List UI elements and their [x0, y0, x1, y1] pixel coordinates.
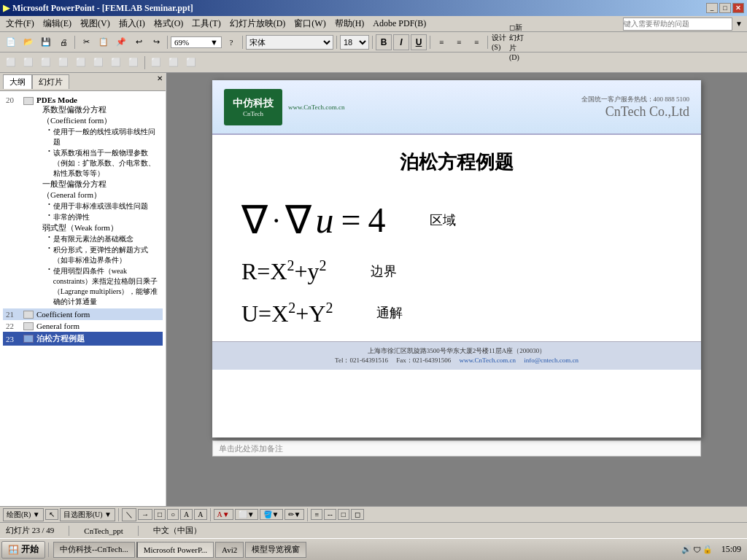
taskbar-item-3[interactable]: 模型导览视窗: [245, 542, 306, 558]
maximize-button[interactable]: □: [719, 3, 731, 13]
tab-outline[interactable]: 大纲: [3, 74, 32, 89]
tb2-btn5[interactable]: ⬜: [73, 55, 89, 71]
draw-wordart-btn[interactable]: A: [194, 509, 206, 520]
draw-cursor-btn[interactable]: ↖: [45, 509, 58, 520]
tb2-btn1[interactable]: ⬜: [3, 55, 19, 71]
menu-slideshow[interactable]: 幻灯片放映(D): [225, 16, 290, 31]
menu-tools[interactable]: 工具(T): [187, 16, 225, 31]
slide-logo: 中仿科技 CnTech www.CnTech.com.cn: [224, 89, 345, 125]
menu-format[interactable]: 格式(O): [150, 16, 188, 31]
tb2-btn4[interactable]: ⬜: [55, 55, 71, 71]
tb2-btn7[interactable]: ⬜: [108, 55, 124, 71]
draw-linewidth-btn[interactable]: ≡: [311, 509, 322, 520]
nabla-1: ∇: [241, 197, 268, 243]
draw-shadow-btn[interactable]: ◻: [351, 509, 364, 520]
start-button[interactable]: 🪟 开始: [1, 541, 45, 559]
outline-item-21[interactable]: 21 Coefficient form: [3, 308, 163, 320]
outline-content-20: PDEs Mode 系数型偏微分方程 （Coefficient form） • …: [36, 96, 160, 307]
copy-button[interactable]: 📋: [96, 34, 112, 50]
draw-color1-btn[interactable]: A▼: [214, 509, 233, 520]
taskbar-item-1[interactable]: Microsoft PowerP...: [136, 542, 214, 558]
tb2-btn8[interactable]: ⬜: [125, 55, 142, 71]
print-button[interactable]: 🖨: [55, 34, 71, 50]
align-left-btn[interactable]: ≡: [433, 34, 449, 50]
draw-arrow-btn[interactable]: →: [138, 509, 152, 520]
design-btn[interactable]: 设计(S): [491, 34, 507, 50]
menu-edit[interactable]: 编辑(E): [39, 16, 76, 31]
draw-3d-btn[interactable]: □: [338, 509, 349, 520]
menu-insert[interactable]: 插入(I): [115, 16, 150, 31]
draw-line-color-btn[interactable]: ✏▼: [285, 509, 305, 520]
taskbar-sep: [48, 542, 49, 557]
open-button[interactable]: 📂: [20, 34, 36, 50]
outline-thumb-22: [23, 322, 34, 330]
eq-u2: U=X: [241, 300, 288, 326]
undo-button[interactable]: ↩: [131, 34, 147, 50]
taskbar-item-2[interactable]: Avi2: [215, 542, 244, 558]
menu-pdf[interactable]: Adobe PDF(B): [368, 17, 430, 31]
tb2-btn2[interactable]: ⬜: [20, 55, 36, 71]
sub-item-2: • 该系数项相当于一般物理参数（例如：扩散系数、介电常数、粘性系数等等）: [48, 148, 160, 179]
sep4: [336, 36, 337, 49]
tb2-btn6[interactable]: ⬜: [90, 55, 107, 71]
menu-view[interactable]: 视图(V): [76, 16, 115, 31]
paste-button[interactable]: 📌: [113, 34, 129, 50]
zoom-dropdown-arrow[interactable]: ▼: [210, 38, 218, 47]
draw-select-btn[interactable]: 绘图(R) ▼: [3, 508, 44, 521]
footer-fax: Fax：021-64391506: [396, 357, 451, 364]
underline-button[interactable]: U: [411, 34, 427, 50]
bold-button[interactable]: B: [376, 34, 392, 50]
menu-file[interactable]: 文件(F): [1, 16, 39, 31]
help-arrow[interactable]: ▼: [735, 20, 743, 28]
draw-oval-btn[interactable]: ○: [167, 509, 179, 520]
slide-wrapper: 中仿科技 CnTech www.CnTech.com.cn 全国统一客户服务热线…: [212, 80, 701, 438]
draw-fill-btn[interactable]: 🪣▼: [260, 509, 283, 520]
italic-button[interactable]: I: [393, 34, 409, 50]
general-form-header: 一般型偏微分方程: [42, 179, 160, 190]
tb2-btn11[interactable]: ⬜: [183, 55, 199, 71]
font-size-selector[interactable]: 18: [340, 35, 369, 50]
outline-item-20[interactable]: 20 PDEs Mode 系数型偏微分方程 （Coefficient form）…: [3, 94, 163, 308]
eq-sup-2: 2: [320, 257, 327, 273]
eq-plus-y: +y: [295, 258, 320, 284]
tb2-btn3[interactable]: ⬜: [38, 55, 54, 71]
draw-sep3: [307, 508, 308, 521]
help-icon-btn[interactable]: ?: [223, 34, 239, 50]
new-slide-btn[interactable]: ◻新幻灯片(D): [508, 34, 525, 50]
align-right-btn[interactable]: ≡: [468, 34, 484, 50]
redo-button[interactable]: ↪: [148, 34, 164, 50]
slide-tagline: CnTech Co.,Ltd: [581, 104, 690, 120]
dot-operator: ·: [274, 208, 279, 233]
draw-rect-btn[interactable]: □: [154, 509, 166, 520]
tb2-btn10[interactable]: ⬜: [166, 55, 182, 71]
general-form-paren: （General form）: [42, 190, 160, 201]
font-selector[interactable]: 宋体: [246, 35, 333, 50]
logo-en-text: CnTech: [243, 110, 263, 117]
outline-item-22[interactable]: 22 General form: [3, 320, 163, 332]
outline-num-22: 22: [6, 322, 20, 330]
help-input[interactable]: [623, 18, 732, 31]
align-center-btn[interactable]: ≡: [451, 34, 467, 50]
draw-color2-btn[interactable]: ⬜▼: [235, 509, 258, 520]
draw-textbox-btn[interactable]: A: [180, 509, 193, 520]
draw-dash-btn[interactable]: --: [324, 509, 336, 520]
draw-line-btn[interactable]: ＼: [122, 508, 136, 521]
coeff-form-header: 系数型偏微分方程: [42, 104, 160, 115]
minimize-button[interactable]: _: [706, 3, 718, 13]
new-button[interactable]: 📄: [3, 34, 19, 50]
note-text[interactable]: 单击此处添加备注: [219, 443, 283, 454]
close-button[interactable]: ✕: [732, 3, 744, 13]
taskbar-item-0[interactable]: 中仿科技--CnTech...: [53, 542, 135, 558]
draw-shapes-btn[interactable]: 目选图形(U) ▼: [60, 508, 115, 521]
tb2-btn9[interactable]: ⬜: [148, 55, 164, 71]
cut-button[interactable]: ✂: [78, 34, 94, 50]
title-bar: ▶ Microsoft PowerPoint - [FEMLAB Seminar…: [0, 0, 747, 16]
tab-slides[interactable]: 幻灯片: [32, 74, 69, 89]
menu-help[interactable]: 帮助(H): [330, 16, 369, 31]
outline-item-23[interactable]: 23 泊松方程例题: [3, 332, 163, 346]
sidebar-close-btn[interactable]: ✕: [157, 74, 163, 89]
save-button[interactable]: 💾: [38, 34, 54, 50]
zoom-selector[interactable]: 69% ▼: [171, 36, 222, 48]
menu-window[interactable]: 窗口(W): [290, 16, 330, 31]
outline-title-21: Coefficient form: [36, 310, 90, 319]
